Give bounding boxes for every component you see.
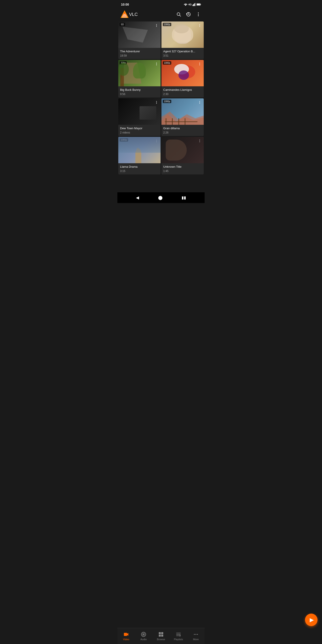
card-menu-caminandes[interactable] bbox=[196, 60, 203, 68]
video-card-bigbuck[interactable]: 720p Big Buck Bunny 9:56 bbox=[118, 60, 160, 98]
svg-point-23 bbox=[200, 25, 200, 26]
video-info-agent327: Agent 327 Operation B... 3:51 bbox=[162, 48, 204, 59]
video-title-gran: Gran dillama bbox=[163, 126, 202, 130]
browse-nav-icon bbox=[158, 632, 164, 637]
badge-agent327: 1080p bbox=[163, 23, 171, 26]
more-options-button[interactable] bbox=[194, 10, 203, 19]
badge-caminandes: 1080p bbox=[163, 61, 171, 64]
svg-rect-49 bbox=[161, 632, 163, 634]
svg-rect-43 bbox=[124, 633, 127, 636]
thumbnail-dewtown bbox=[118, 98, 160, 125]
video-meta-bigbuck: 9:56 bbox=[120, 92, 159, 96]
thumbnail-bigbuck: 720p bbox=[118, 60, 160, 86]
nav-label-video: Video bbox=[123, 638, 129, 641]
nav-item-more[interactable]: More bbox=[187, 628, 204, 644]
svg-point-25 bbox=[156, 62, 157, 63]
video-title-bigbuck: Big Buck Bunny bbox=[120, 88, 159, 92]
nav-item-audio[interactable]: Audio bbox=[135, 628, 152, 644]
thumbnail-adventurer: SD bbox=[118, 22, 160, 48]
video-meta-adventurer: 18:59 bbox=[120, 54, 159, 57]
svg-rect-7 bbox=[197, 4, 200, 5]
card-menu-gran[interactable] bbox=[196, 99, 203, 106]
svg-point-30 bbox=[200, 64, 200, 65]
svg-point-42 bbox=[200, 142, 200, 142]
nav-item-browse[interactable]: Browse bbox=[152, 628, 170, 644]
video-info-gran: Gran dillama 2:26 bbox=[162, 125, 204, 136]
card-menu-agent327[interactable] bbox=[196, 22, 203, 29]
card-menu-bigbuck[interactable] bbox=[153, 60, 160, 68]
svg-rect-6 bbox=[200, 4, 201, 5]
video-info-adventurer: The Adventurer 18:59 bbox=[118, 48, 160, 59]
svg-rect-12 bbox=[123, 14, 126, 14]
svg-point-26 bbox=[156, 64, 157, 64]
video-meta-gran: 2:26 bbox=[163, 131, 202, 134]
status-icons: 4G bbox=[184, 3, 201, 6]
nav-item-video[interactable]: Video bbox=[118, 628, 135, 644]
nav-label-audio: Audio bbox=[140, 638, 147, 641]
video-meta-agent327: 3:51 bbox=[163, 54, 202, 57]
svg-point-34 bbox=[200, 101, 200, 102]
top-bar: VLC bbox=[118, 8, 204, 20]
svg-point-16 bbox=[198, 12, 199, 14]
video-card-adventurer[interactable]: SD The Adventurer 18:59 bbox=[118, 22, 160, 59]
svg-rect-0 bbox=[192, 5, 193, 6]
network-icon: 4G bbox=[188, 3, 192, 6]
svg-point-22 bbox=[200, 24, 200, 25]
video-card-agent327[interactable]: 1080p Agent 327 Operation B... 3:51 bbox=[162, 22, 204, 59]
video-card-gran[interactable]: 1080p Gran dillama 2:26 bbox=[162, 98, 204, 136]
system-nav-bar: ◀ ⬤ ▮▮ bbox=[118, 192, 204, 203]
audio-nav-icon bbox=[141, 632, 146, 637]
app-title: VLC bbox=[129, 12, 174, 17]
recents-button[interactable]: ▮▮ bbox=[182, 195, 186, 200]
video-nav-icon bbox=[124, 632, 129, 637]
svg-point-27 bbox=[156, 64, 157, 65]
video-info-caminandes: Caminandes Llamigos 2:30 bbox=[162, 86, 204, 98]
video-title-adventurer: The Adventurer bbox=[120, 50, 159, 54]
svg-point-31 bbox=[156, 101, 157, 102]
video-info-bigbuck: Big Buck Bunny 9:56 bbox=[118, 86, 160, 98]
video-card-last[interactable]: Unknown Title 1:45 bbox=[162, 137, 204, 174]
svg-rect-51 bbox=[161, 634, 163, 636]
thumbnail-gran: 1080p bbox=[162, 98, 204, 125]
svg-point-41 bbox=[200, 141, 200, 141]
video-title-dewtown: Dew Town Mayor bbox=[120, 126, 159, 130]
history-icon bbox=[186, 12, 191, 17]
svg-marker-44 bbox=[127, 633, 128, 636]
search-icon bbox=[176, 12, 181, 17]
video-meta-last: 1:45 bbox=[163, 170, 202, 173]
wifi-icon bbox=[184, 3, 188, 6]
history-button[interactable] bbox=[184, 10, 193, 19]
video-title-last: Unknown Title bbox=[163, 165, 202, 169]
video-card-llama[interactable]: 1080p Llama Drama 3:15 bbox=[118, 137, 160, 174]
card-menu-last[interactable] bbox=[196, 137, 203, 144]
svg-rect-11 bbox=[122, 15, 126, 16]
home-button[interactable]: ⬤ bbox=[158, 195, 162, 200]
svg-rect-50 bbox=[159, 634, 161, 636]
more-nav-icon bbox=[193, 632, 198, 637]
svg-point-29 bbox=[200, 64, 200, 64]
battery-icon bbox=[196, 3, 201, 6]
top-actions bbox=[174, 10, 203, 19]
thumbnail-llama: 1080p bbox=[118, 137, 160, 163]
svg-point-32 bbox=[156, 102, 157, 103]
svg-rect-48 bbox=[159, 632, 161, 634]
svg-point-46 bbox=[143, 634, 144, 635]
nav-label-more: More bbox=[193, 638, 198, 641]
svg-rect-2 bbox=[194, 4, 194, 6]
svg-point-36 bbox=[200, 103, 200, 104]
card-menu-adventurer[interactable] bbox=[153, 22, 160, 29]
video-card-caminandes[interactable]: 1080p Caminandes Llamigos 2:30 bbox=[162, 60, 204, 98]
signal-icon bbox=[192, 3, 196, 6]
back-button[interactable]: ◀ bbox=[136, 195, 139, 200]
svg-rect-3 bbox=[194, 3, 195, 6]
card-menu-dewtown[interactable] bbox=[153, 99, 160, 106]
playlists-nav-icon bbox=[176, 632, 181, 637]
search-button[interactable] bbox=[174, 10, 183, 19]
nav-item-playlists[interactable]: Playlists bbox=[170, 628, 187, 644]
status-bar: 10:00 4G bbox=[118, 0, 204, 8]
thumbnail-last bbox=[162, 137, 204, 163]
status-time: 10:00 bbox=[121, 3, 129, 6]
video-card-dewtown[interactable]: Dew Town Mayor 2 videos bbox=[118, 98, 160, 136]
video-info-dewtown: Dew Town Mayor 2 videos bbox=[118, 125, 160, 136]
app-logo bbox=[120, 10, 129, 19]
